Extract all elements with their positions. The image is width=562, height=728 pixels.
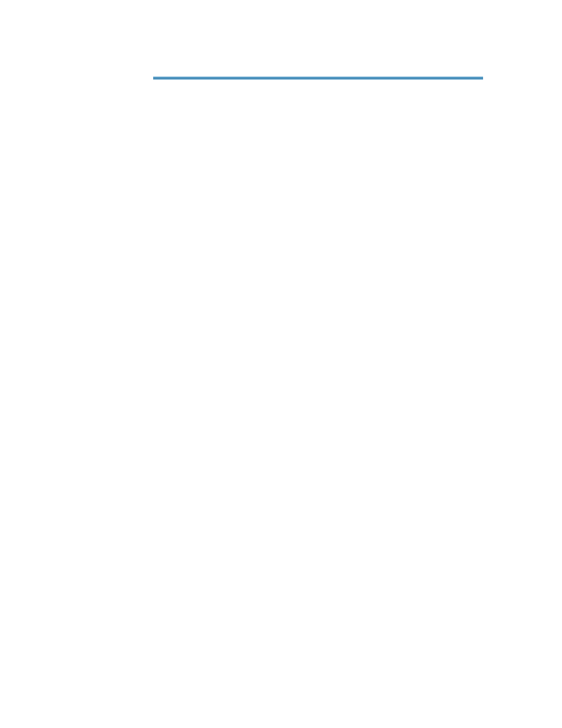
device-banner xyxy=(153,77,483,80)
